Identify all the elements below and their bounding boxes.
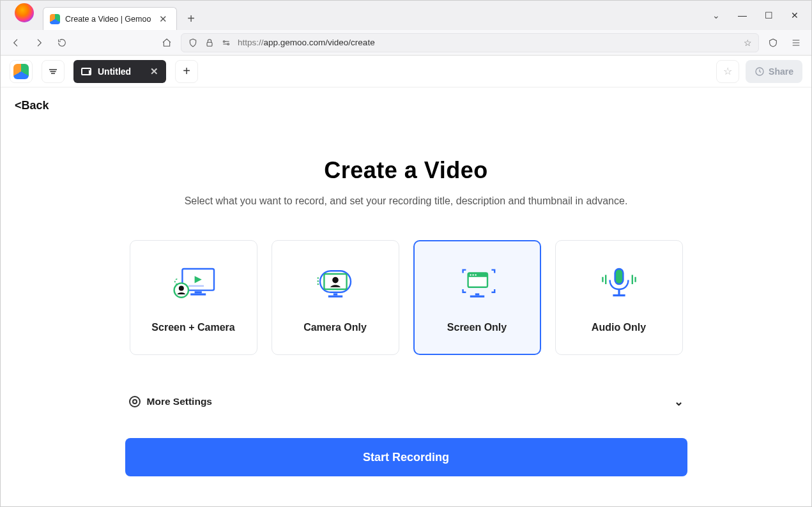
- svg-point-18: [317, 284, 318, 285]
- svg-point-23: [475, 274, 476, 275]
- card-label: Audio Only: [592, 322, 646, 333]
- maximize-icon[interactable]: ☐: [765, 10, 773, 20]
- new-tab-button[interactable]: +: [181, 8, 201, 29]
- audio-only-icon: [594, 262, 645, 306]
- permissions-icon: [221, 38, 231, 48]
- svg-point-2: [227, 43, 229, 45]
- svg-point-10: [178, 285, 183, 291]
- tab-title: Create a Video | Gemoo: [65, 15, 157, 24]
- gear-icon: [129, 396, 141, 407]
- close-document-icon[interactable]: ✕: [150, 66, 158, 77]
- svg-point-17: [317, 280, 318, 282]
- card-audio-only[interactable]: Audio Only: [555, 240, 683, 355]
- minimize-icon[interactable]: —: [738, 10, 747, 20]
- card-screen-camera[interactable]: Screen + Camera: [130, 240, 257, 355]
- reload-icon[interactable]: [53, 34, 71, 52]
- window-controls: ⌄ — ☐ ✕: [712, 10, 811, 20]
- firefox-logo-icon: [15, 3, 34, 22]
- page-title: Create a Video: [125, 157, 687, 184]
- svg-point-22: [472, 274, 473, 275]
- gemoo-logo-icon[interactable]: [10, 60, 33, 83]
- card-screen-only[interactable]: Screen Only: [413, 240, 541, 355]
- chevron-down-icon: ⌄: [674, 395, 684, 409]
- close-window-icon[interactable]: ✕: [791, 10, 799, 20]
- document-tab[interactable]: Untitled ✕: [73, 60, 166, 83]
- svg-rect-28: [613, 294, 625, 296]
- site-favicon-icon: [50, 14, 60, 24]
- svg-rect-25: [470, 296, 484, 298]
- tabs-dropdown-icon[interactable]: ⌄: [712, 10, 720, 20]
- forward-icon[interactable]: [30, 34, 48, 52]
- card-camera-only[interactable]: Camera Only: [272, 240, 399, 355]
- video-icon: [81, 68, 91, 75]
- back-link[interactable]: <Back: [1, 99, 811, 112]
- svg-rect-14: [333, 293, 337, 295]
- shield-icon: [188, 38, 198, 48]
- card-label: Camera Only: [303, 322, 367, 333]
- library-icon[interactable]: [42, 60, 65, 83]
- screen-camera-icon: [168, 262, 219, 306]
- back-icon[interactable]: [7, 34, 25, 52]
- svg-marker-7: [194, 276, 201, 283]
- pocket-icon[interactable]: [764, 34, 782, 52]
- url-text: https://app.gemoo.com/video/create: [238, 38, 375, 47]
- browser-tab[interactable]: Create a Video | Gemoo ✕: [43, 7, 177, 30]
- favorite-button[interactable]: ☆: [716, 60, 739, 83]
- svg-point-21: [470, 274, 471, 275]
- svg-rect-15: [328, 296, 342, 298]
- card-label: Screen + Camera: [151, 322, 234, 333]
- share-label: Share: [769, 66, 793, 77]
- browser-tab-strip: Create a Video | Gemoo ✕ + ⌄ — ☐ ✕: [1, 1, 811, 30]
- home-icon[interactable]: [158, 34, 176, 52]
- more-settings-toggle[interactable]: More Settings ⌄: [125, 395, 687, 409]
- svg-rect-5: [194, 291, 201, 293]
- browser-nav-bar: https://app.gemoo.com/video/create ☆: [1, 30, 811, 56]
- camera-only-icon: [310, 262, 361, 306]
- add-document-button[interactable]: +: [175, 60, 198, 83]
- recording-mode-cards: Screen + Camera Camera Only: [125, 240, 687, 355]
- page-content: <Back Create a Video Select what you wan…: [1, 87, 811, 506]
- svg-rect-0: [207, 42, 212, 46]
- page-subtitle: Select what you want to record, and set …: [125, 195, 687, 207]
- document-title: Untitled: [98, 66, 131, 77]
- card-label: Screen Only: [447, 322, 507, 333]
- start-recording-button[interactable]: Start Recording: [125, 438, 687, 476]
- menu-icon[interactable]: [787, 34, 805, 52]
- bookmark-star-icon[interactable]: ☆: [744, 38, 752, 48]
- svg-rect-26: [615, 269, 623, 284]
- lock-icon: [204, 38, 215, 48]
- svg-point-13: [332, 277, 339, 284]
- svg-rect-6: [190, 293, 206, 295]
- screen-only-icon: [452, 262, 503, 306]
- svg-point-16: [317, 277, 318, 278]
- svg-rect-8: [188, 285, 204, 287]
- app-toolbar: Untitled ✕ + ☆ Share: [1, 56, 811, 87]
- svg-point-1: [223, 40, 225, 42]
- url-bar[interactable]: https://app.gemoo.com/video/create ☆: [181, 33, 759, 52]
- share-button[interactable]: Share: [746, 60, 802, 83]
- svg-rect-27: [618, 289, 620, 294]
- svg-rect-24: [475, 293, 479, 295]
- more-settings-label: More Settings: [147, 396, 212, 407]
- close-tab-icon[interactable]: ✕: [157, 13, 170, 25]
- share-icon: [755, 66, 765, 77]
